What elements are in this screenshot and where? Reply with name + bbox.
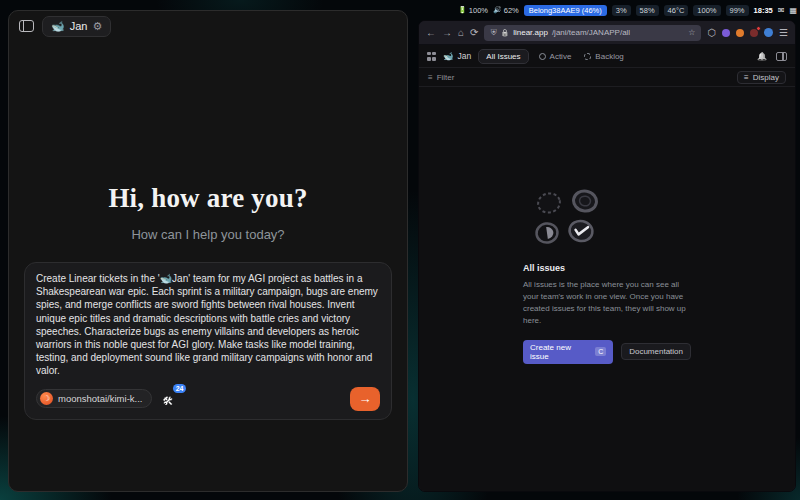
chat-team-label: Jan	[70, 20, 88, 32]
tools-count-badge: 24	[173, 384, 187, 393]
tab-active[interactable]: Active	[536, 50, 575, 63]
filter-button[interactable]: ≡ Filter	[428, 73, 454, 82]
all-issues-empty-state: All issues All issues is the place where…	[523, 189, 691, 364]
app-grid-icon[interactable]	[427, 52, 436, 61]
battery-indicator: 🔋 100%	[458, 6, 488, 15]
battery-icon: 🔋	[458, 6, 467, 14]
prompt-input[interactable]: Create Linear tickets in the '🐋Jan' team…	[36, 272, 380, 378]
url-path: /jani/team/JANAPP/all	[552, 28, 630, 37]
back-button[interactable]: ←	[426, 28, 436, 38]
browser-window: ← → ⌂ ⟳ ⛨ 🔒 linear.app/jani/team/JANAPP/…	[418, 20, 796, 492]
extension-icon-purple[interactable]	[722, 29, 730, 37]
profile-avatar[interactable]	[764, 28, 773, 37]
filter-label: Filter	[437, 73, 455, 82]
tab-backlog[interactable]: Backlog	[581, 50, 626, 63]
url-domain: linear.app	[513, 28, 548, 37]
chat-greeting: Hi, how are you?	[9, 183, 407, 214]
chat-input-toolbar: ☽ moonshotai/kimi-k... 🛠 24 →	[36, 387, 380, 411]
right-panel-toggle-icon[interactable]	[776, 52, 787, 61]
shield-icon[interactable]: ⛨	[490, 28, 496, 38]
circle-icon	[539, 53, 546, 60]
bookmark-star-icon[interactable]: ☆	[688, 28, 695, 37]
temperature-indicator: 46°C	[664, 5, 689, 16]
empty-state-description: All issues is the place where you can se…	[523, 279, 691, 327]
filter-icon: ≡	[428, 73, 433, 82]
tools-button[interactable]: 🛠 24	[162, 391, 178, 407]
extensions-puzzle-icon[interactable]: ⬡	[707, 28, 716, 38]
documentation-button[interactable]: Documentation	[621, 343, 691, 360]
whale-emoji-icon: 🐋	[443, 51, 454, 61]
chat-subtitle: How can I help you today?	[9, 227, 407, 242]
model-selector[interactable]: ☽ moonshotai/kimi-k...	[36, 389, 152, 408]
issue-status-illustration	[523, 189, 615, 247]
brightness-indicator: 100%	[693, 5, 720, 16]
extension-icon-orange[interactable]	[736, 29, 744, 37]
tab-backlog-label: Backlog	[595, 52, 623, 61]
extension-badge	[756, 26, 761, 31]
model-provider-icon: ☽	[40, 392, 53, 405]
clock: 18:35	[754, 6, 773, 15]
cpu-indicator: 3%	[612, 5, 631, 16]
model-selector-label: moonshotai/kimi-k...	[58, 393, 142, 404]
chat-topbar: 🐋 Jan ⚙	[9, 11, 407, 41]
linear-header-actions: 🔔	[757, 52, 787, 61]
tools-icon: 🛠	[162, 395, 173, 407]
empty-state-actions: Create new issue C Documentation	[523, 340, 691, 364]
mail-icon[interactable]: ✉	[778, 6, 785, 15]
send-button[interactable]: →	[350, 387, 380, 411]
home-button[interactable]: ⌂	[458, 28, 464, 38]
wifi-network-indicator[interactable]: Belong38AAE9 (46%)	[524, 5, 607, 16]
display-sliders-icon: ≡	[744, 73, 749, 82]
url-bar[interactable]: ⛨ 🔒 linear.app/jani/team/JANAPP/all ☆	[484, 25, 701, 41]
tab-all-issues[interactable]: All Issues	[478, 49, 528, 64]
system-status-bar: 🔋 100% 🔊 62% Belong38AAE9 (46%) 3% 58% 4…	[420, 3, 797, 17]
linear-team-label: Jan	[458, 51, 472, 61]
chat-input-card[interactable]: Create Linear tickets in the '🐋Jan' team…	[24, 262, 392, 420]
dashed-circle-icon	[584, 53, 591, 60]
chat-team-selector[interactable]: 🐋 Jan ⚙	[42, 16, 111, 37]
shortcut-key-badge: C	[595, 347, 606, 356]
gear-icon[interactable]: ⚙	[92, 20, 102, 33]
refresh-button[interactable]: ⟳	[470, 28, 478, 38]
volume-icon: 🔊	[493, 6, 502, 14]
display-button[interactable]: ≡ Display	[737, 71, 786, 84]
menu-icon[interactable]: ☰	[779, 28, 788, 38]
send-arrow-icon: →	[359, 391, 372, 406]
browser-toolbar: ← → ⌂ ⟳ ⛨ 🔒 linear.app/jani/team/JANAPP/…	[419, 21, 795, 45]
create-new-issue-button[interactable]: Create new issue C	[523, 340, 613, 364]
battery2-indicator: 99%	[726, 5, 749, 16]
linear-filter-bar: ≡ Filter ≡ Display	[419, 67, 795, 87]
tray-grid-icon[interactable]: ▦	[789, 6, 797, 15]
volume-indicator: 🔊 62%	[493, 6, 519, 15]
linear-main-area: All issues All issues is the place where…	[419, 87, 795, 491]
notifications-bell-icon[interactable]: 🔔	[757, 52, 767, 61]
tab-active-label: Active	[550, 52, 572, 61]
linear-team-selector[interactable]: 🐋 Jan	[443, 51, 471, 61]
linear-header: 🐋 Jan All Issues Active Backlog 🔔	[419, 45, 795, 67]
tab-all-issues-label: All Issues	[486, 52, 520, 61]
extension-icon-red[interactable]	[750, 29, 758, 37]
create-new-issue-label: Create new issue	[530, 343, 591, 361]
display-label: Display	[753, 73, 779, 82]
memory-indicator: 58%	[636, 5, 659, 16]
forward-button[interactable]: →	[442, 28, 452, 38]
chat-empty-state: Hi, how are you? How can I help you toda…	[9, 183, 407, 242]
sidebar-toggle-icon[interactable]	[19, 20, 34, 32]
linear-app: 🐋 Jan All Issues Active Backlog 🔔 ≡	[419, 45, 795, 491]
empty-state-title: All issues	[523, 263, 691, 273]
lock-icon: 🔒	[500, 29, 509, 37]
chat-app-window: 🐋 Jan ⚙ Hi, how are you? How can I help …	[8, 10, 408, 492]
whale-emoji-icon: 🐋	[51, 20, 65, 33]
